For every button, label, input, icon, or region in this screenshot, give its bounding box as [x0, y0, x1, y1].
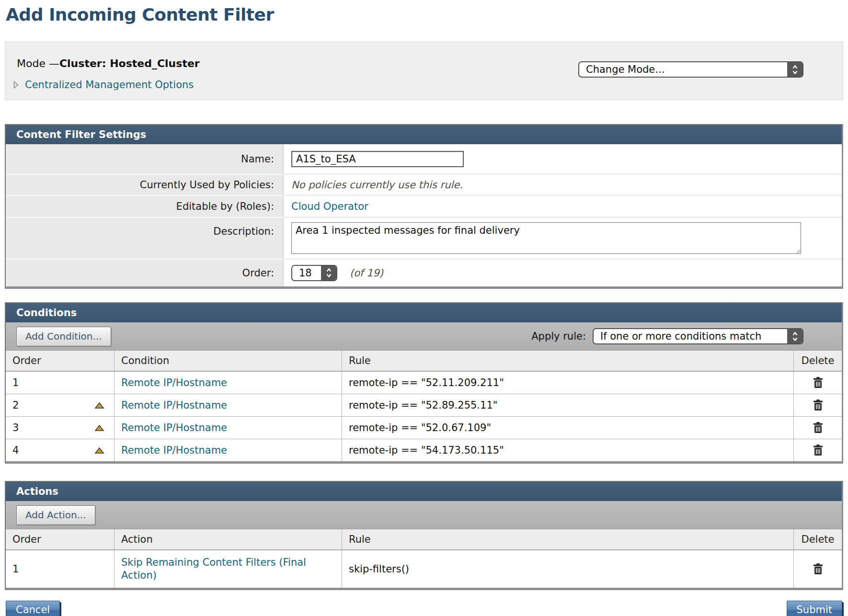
settings-row-policies: Currently Used by Policies: No policies …: [6, 174, 842, 195]
name-input[interactable]: [291, 151, 464, 167]
actions-table-header: Order Action Rule Delete: [6, 529, 842, 550]
column-header-delete: Delete: [794, 351, 842, 371]
condition-link[interactable]: Remote IP/Hostname: [121, 445, 227, 456]
action-row: 1 Skip Remaining Content Filters (Final …: [6, 550, 842, 588]
move-up-icon[interactable]: [94, 447, 104, 454]
actions-panel: Actions Add Action... Order Action Rule …: [5, 481, 843, 590]
conditions-header: Conditions: [6, 303, 842, 322]
condition-rule: remote-ip == "52.89.255.11": [349, 399, 497, 411]
condition-row: 2 Remote IP/Hostname remote-ip == "52.89…: [6, 394, 842, 416]
apply-rule-label: Apply rule:: [531, 331, 586, 342]
column-header-delete: Delete: [794, 529, 842, 549]
delete-button[interactable]: [811, 375, 825, 391]
settings-row-name: Name:: [6, 144, 842, 174]
action-link[interactable]: Skip Remaining Content Filters (Final Ac…: [121, 556, 313, 582]
actions-header: Actions: [6, 482, 842, 501]
editable-roles-label: Editable by (Roles):: [6, 195, 284, 217]
condition-order: 2: [12, 399, 19, 411]
editable-roles-link[interactable]: Cloud Operator: [291, 201, 368, 212]
settings-row-editable: Editable by (Roles): Cloud Operator: [6, 195, 842, 217]
conditions-table-header: Order Condition Rule Delete: [6, 351, 842, 371]
action-order: 1: [12, 563, 19, 575]
order-select[interactable]: 18: [291, 265, 337, 281]
condition-order: 1: [12, 377, 19, 388]
description-label: Description:: [6, 217, 284, 259]
move-up-icon[interactable]: [94, 402, 104, 409]
select-spinner-icon: [787, 62, 802, 77]
mode-label: Mode —: [17, 57, 59, 69]
policies-label: Currently Used by Policies:: [6, 174, 284, 195]
delete-button[interactable]: [811, 397, 825, 413]
settings-row-order: Order: 18 (of 19): [6, 259, 842, 286]
page-root: Add Incoming Content Filter Mode —Cluste…: [0, 5, 848, 616]
actions-toolbar: Add Action...: [6, 501, 842, 529]
expand-triangle-icon: [13, 80, 19, 89]
condition-rule: remote-ip == "54.173.50.115": [349, 445, 504, 456]
select-spinner-icon: [321, 266, 336, 280]
description-textarea[interactable]: Area 1 inspected messages for final deli…: [291, 222, 801, 254]
apply-rule-group: Apply rule: If one or more conditions ma…: [531, 328, 803, 344]
add-condition-button[interactable]: Add Condition...: [16, 327, 111, 346]
column-header-rule: Rule: [342, 351, 794, 371]
order-select-value: 18: [299, 267, 312, 279]
condition-rule: remote-ip == "52.0.67.109": [349, 422, 491, 433]
action-rule: skip-filters(): [349, 563, 409, 575]
conditions-toolbar: Add Condition... Apply rule: If one or m…: [6, 322, 842, 351]
condition-link[interactable]: Remote IP/Hostname: [121, 422, 227, 433]
centralized-management-options-link[interactable]: Centralized Management Options: [13, 79, 194, 91]
settings-row-description: Description: Area 1 inspected messages f…: [6, 217, 842, 259]
order-label: Order:: [6, 259, 284, 286]
policies-note: No policies currently use this rule.: [291, 179, 463, 191]
mode-panel: Mode —Cluster: Hosted_Cluster Centralize…: [5, 42, 843, 100]
delete-button[interactable]: [811, 561, 825, 577]
trash-icon: [813, 376, 824, 389]
delete-button[interactable]: [811, 420, 825, 436]
condition-row: 1 Remote IP/Hostname remote-ip == "52.11…: [6, 371, 842, 394]
mode-value: Cluster: Hosted_Cluster: [59, 57, 200, 69]
trash-icon: [813, 444, 824, 456]
select-spinner-icon: [787, 329, 802, 343]
condition-row: 3 Remote IP/Hostname remote-ip == "52.0.…: [6, 416, 842, 439]
condition-link[interactable]: Remote IP/Hostname: [121, 399, 227, 411]
trash-icon: [813, 422, 824, 434]
trash-icon: [813, 399, 824, 411]
order-range-note: (of 19): [350, 267, 383, 279]
apply-rule-select[interactable]: If one or more conditions match: [593, 328, 803, 344]
trash-icon: [813, 563, 824, 575]
condition-order: 3: [12, 422, 19, 433]
condition-order: 4: [12, 445, 19, 456]
move-up-icon[interactable]: [94, 424, 104, 432]
footer-bar: Cancel Submit: [5, 601, 843, 616]
column-header-rule: Rule: [342, 529, 794, 549]
condition-rule: remote-ip == "52.11.209.211": [349, 377, 504, 388]
centralized-management-options-label: Centralized Management Options: [25, 79, 194, 91]
content-filter-settings-panel: Content Filter Settings Name: Currently …: [5, 124, 843, 289]
conditions-panel: Conditions Add Condition... Apply rule: …: [5, 302, 843, 464]
condition-link[interactable]: Remote IP/Hostname: [121, 377, 227, 388]
delete-button[interactable]: [811, 442, 825, 458]
column-header-action: Action: [115, 529, 342, 549]
cancel-button[interactable]: Cancel: [6, 601, 60, 616]
column-header-condition: Condition: [115, 351, 342, 371]
add-action-button[interactable]: Add Action...: [16, 505, 95, 525]
submit-button[interactable]: Submit: [787, 601, 843, 616]
column-header-order: Order: [6, 529, 115, 549]
change-mode-select[interactable]: Change Mode...: [578, 61, 803, 78]
content-filter-settings-header: Content Filter Settings: [6, 125, 842, 144]
condition-row: 4 Remote IP/Hostname remote-ip == "54.17…: [6, 439, 842, 461]
apply-rule-select-value: If one or more conditions match: [600, 331, 761, 342]
name-label: Name:: [6, 144, 284, 174]
change-mode-select-value: Change Mode...: [586, 64, 665, 75]
page-title: Add Incoming Content Filter: [6, 5, 843, 24]
column-header-order: Order: [6, 351, 115, 371]
